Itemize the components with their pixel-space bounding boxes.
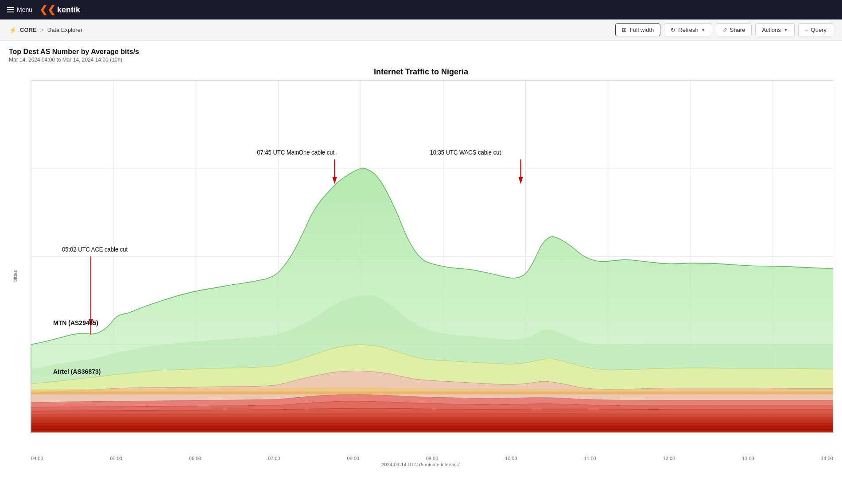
chart-svg: bits/s 05:02 UTC ACE cable cut 07:45 UTC… (9, 80, 833, 452)
top-nav: Menu ❮❮ kentik (0, 0, 842, 19)
x-label-4: 08:00 (347, 456, 359, 461)
refresh-caret-icon: ▼ (701, 27, 706, 32)
hamburger-icon (7, 7, 14, 12)
actions-button[interactable]: Actions ▼ (755, 23, 795, 36)
svg-text:Airtel (AS36873): Airtel (AS36873) (53, 368, 101, 376)
full-width-label: Full width (629, 27, 654, 33)
query-icon: ≡ (805, 27, 808, 33)
chart-svg-wrapper: bits/s 05:02 UTC ACE cable cut 07:45 UTC… (9, 80, 833, 452)
share-icon: ⇗ (722, 27, 727, 33)
chart-title: Internet Traffic to Nigeria (9, 67, 833, 77)
x-label-5: 09:00 (426, 456, 438, 461)
actions-label: Actions (762, 27, 781, 33)
refresh-icon: ↻ (671, 27, 675, 33)
x-label-10: 14:00 (821, 456, 833, 461)
chart-container: Internet Traffic to Nigeria (9, 67, 833, 466)
full-width-button[interactable]: ⊞ Full width (615, 23, 660, 36)
menu-button[interactable]: Menu (7, 6, 32, 13)
date-range: Mar 14, 2024 04:00 to Mar 14, 2024 14:00… (9, 57, 833, 63)
x-axis: 04:00 05:00 06:00 07:00 08:00 09:00 10:0… (9, 454, 833, 461)
actions-caret-icon: ▼ (784, 27, 788, 32)
breadcrumb-bar: ⚡ CORE > Data Explorer ⊞ Full width ↻ Re… (0, 19, 842, 41)
query-button[interactable]: ≡ Query (798, 23, 833, 36)
breadcrumb-separator: > (40, 27, 44, 34)
full-width-icon: ⊞ (622, 27, 627, 33)
x-label-3: 07:00 (268, 456, 280, 461)
share-label: Share (730, 27, 745, 33)
svg-marker-23 (332, 177, 337, 184)
chart-header: Top Dest AS Number by Average bits/s Mar… (9, 48, 833, 63)
breadcrumb-page[interactable]: Data Explorer (47, 27, 82, 33)
x-label-0: 04:00 (31, 456, 43, 461)
chart-subtitle: Top Dest AS Number by Average bits/s (9, 48, 833, 56)
svg-text:bits/s: bits/s (13, 270, 18, 282)
svg-text:10:35 UTC WACS cable cut: 10:35 UTC WACS cable cut (430, 149, 501, 156)
refresh-button[interactable]: ↻ Refresh ▼ (664, 23, 712, 36)
pulse-icon: ⚡ (9, 27, 16, 34)
menu-label: Menu (17, 6, 32, 13)
kentik-logo[interactable]: ❮❮ kentik (39, 4, 80, 16)
breadcrumb: ⚡ CORE > Data Explorer (9, 27, 82, 34)
share-button[interactable]: ⇗ Share (716, 23, 752, 36)
svg-text:MTN (AS29465): MTN (AS29465) (53, 319, 98, 326)
refresh-label: Refresh (678, 27, 698, 33)
x-label-9: 13:00 (742, 456, 754, 461)
main-content: Top Dest AS Number by Average bits/s Mar… (0, 41, 842, 466)
logo-text: kentik (57, 5, 80, 15)
logo-mark: ❮❮ (39, 4, 55, 16)
query-label: Query (811, 27, 826, 33)
x-label-2: 06:00 (189, 456, 202, 461)
breadcrumb-core[interactable]: CORE (20, 27, 37, 33)
toolbar-right: ⊞ Full width ↻ Refresh ▼ ⇗ Share Actions… (615, 23, 833, 36)
x-label-1: 05:00 (110, 456, 122, 461)
x-label-8: 12:00 (663, 456, 675, 461)
svg-marker-26 (519, 177, 523, 184)
x-label-6: 10:00 (505, 456, 517, 461)
svg-text:05:02 UTC ACE cable cut: 05:02 UTC ACE cable cut (62, 246, 128, 253)
x-axis-subtitle: 2024-03-14 UTC (5 minute intervals) (9, 462, 833, 466)
x-label-7: 11:00 (584, 456, 596, 461)
svg-text:07:45 UTC MainOne cable cut: 07:45 UTC MainOne cable cut (257, 149, 334, 156)
